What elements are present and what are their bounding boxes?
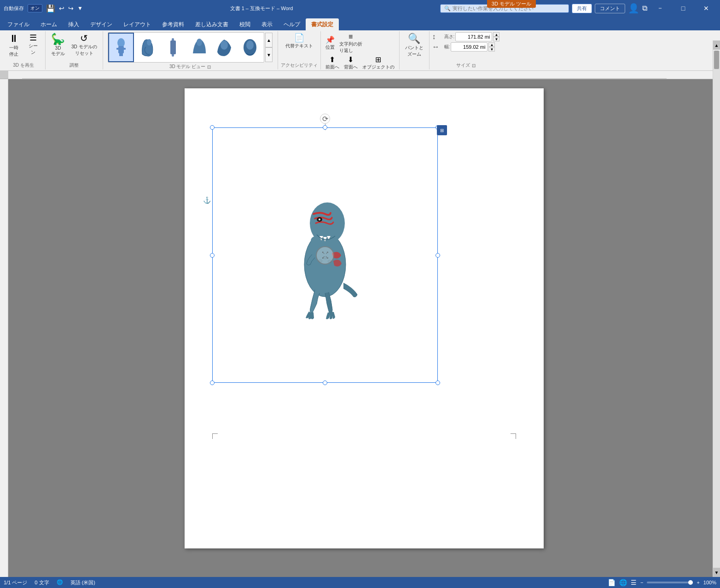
svg-point-18 [319, 259, 322, 262]
width-up[interactable]: ▲ [488, 42, 495, 47]
search-icon: 🔍 [444, 6, 451, 12]
select-objects-icon: ⊞ [375, 56, 381, 63]
height-label: 高さ: [444, 34, 455, 40]
group-adjust: 🦕 3Dモデル ↺ 3D モデルのリセット 調整 [46, 31, 103, 69]
multi-window-icon[interactable]: ⧉ [642, 4, 647, 12]
anchor-icon: ⚓ [203, 196, 211, 204]
tab-view[interactable]: 表示 [256, 18, 278, 30]
zoom-slider[interactable] [647, 582, 693, 583]
3d-reset-label: 3D モデルのリセット [71, 44, 97, 57]
btn-pause[interactable]: ⏸ 一時停止 [5, 32, 23, 59]
minimize-button[interactable]: － [650, 1, 670, 16]
view-outline-icon[interactable]: ☰ [631, 579, 637, 586]
more-icon[interactable]: ▼ [77, 5, 83, 12]
save-icon[interactable]: 💾 [46, 4, 55, 13]
expand-icon[interactable]: ⊡ [207, 64, 211, 69]
view-normal-icon[interactable]: 📄 [608, 579, 615, 586]
trex-svg [279, 182, 371, 329]
width-down[interactable]: ▼ [488, 47, 495, 52]
width-spinners: ▲ ▼ [488, 42, 495, 52]
model-view-4[interactable] [186, 33, 211, 62]
height-row: ↕ 高さ: ▲ ▼ [432, 32, 500, 41]
zoom-thumb[interactable] [688, 580, 693, 585]
model-view-2[interactable] [134, 33, 160, 62]
selection-container: ⚓ ⟳ [212, 127, 438, 383]
position-icon: 📌 [325, 36, 335, 44]
btn-alt-text[interactable]: 📄 代替テキスト [283, 32, 316, 51]
comment-button[interactable]: コメント [595, 4, 625, 13]
tab-help[interactable]: ヘルプ [278, 18, 306, 30]
svg-point-17 [319, 219, 320, 220]
layout-options-icon[interactable]: ⊞ [437, 125, 447, 135]
tab-home[interactable]: ホーム [35, 18, 63, 30]
corner-mark-tr [511, 433, 516, 439]
statusbar-left: 1/1 ページ 0 文字 🌐 英語 (米国) [4, 579, 95, 586]
btn-3d-reset[interactable]: ↺ 3D モデルのリセット [69, 32, 100, 58]
tab-file[interactable]: ファイル [2, 18, 35, 30]
model-view-6[interactable] [237, 33, 263, 62]
scene-icon: ☰ [29, 34, 37, 42]
zoom-minus[interactable]: − [640, 580, 643, 585]
height-input[interactable] [455, 32, 492, 41]
model-view-5[interactable] [211, 33, 237, 62]
tab-layout[interactable]: レイアウト [118, 18, 157, 30]
position-label: 位置 [325, 44, 335, 51]
scroll-down-btn[interactable]: ▼ [713, 568, 720, 577]
group-label-adjust: 調整 [70, 61, 79, 69]
btn-scene[interactable]: ☰ シーン [24, 32, 42, 57]
restore-button[interactable]: □ [673, 1, 693, 16]
group-accessibility: 📄 代替テキスト アクセシビリティ [278, 31, 321, 69]
width-input[interactable] [451, 42, 488, 52]
height-icon: ↕ [432, 33, 443, 41]
btn-pan-zoom[interactable]: 🔍 パントとズーム [402, 32, 426, 59]
height-up[interactable]: ▲ [493, 32, 499, 37]
tab-format[interactable]: 書式設定 [306, 18, 339, 30]
document-area[interactable]: ⚓ ⟳ [8, 79, 720, 577]
titlebar-left: 自動保存 オン 💾 ↩ ↪ ▼ [4, 4, 83, 13]
scrollbar-vertical[interactable]: ▲ ▼ [713, 71, 720, 577]
height-down[interactable]: ▼ [493, 37, 499, 41]
tab-review[interactable]: 校閲 [234, 18, 256, 30]
group-3d-play: ⏸ 一時停止 ☰ シーン 3D を再生 [2, 31, 46, 69]
redo-icon[interactable]: ↪ [68, 5, 74, 12]
view-web-icon[interactable]: 🌐 [619, 579, 627, 586]
scene-label: シーン [29, 43, 38, 56]
size-expand-icon[interactable]: ⊡ [472, 63, 476, 68]
group-3d-views: ▲ ▼ 3D モデル ビュー ⊡ [103, 31, 278, 69]
rotation-icon[interactable]: ⟳ [320, 114, 330, 124]
undo-icon[interactable]: ↩ [59, 5, 64, 12]
ribbon-tabs: ファイル ホーム 挿入 デザイン レイアウト 参考資料 差し込み文書 校閲 表示… [0, 17, 720, 30]
model-view-3[interactable] [160, 33, 186, 62]
height-spinners: ▲ ▼ [493, 32, 499, 41]
close-button[interactable]: ✕ [696, 1, 716, 16]
scroll-down-arrow[interactable]: ▼ [265, 47, 273, 62]
language: 英語 (米国) [70, 579, 95, 586]
scroll-up-arrow[interactable]: ▲ [265, 33, 273, 47]
tab-design[interactable]: デザイン [85, 18, 118, 30]
document-page: ⚓ ⟳ [185, 88, 544, 548]
ruler-svg [22, 71, 720, 79]
share-button[interactable]: 共有 [572, 4, 592, 13]
titlebar-right: 🔍 共有 コメント 👤 ⧉ － □ ✕ [440, 1, 716, 16]
size-inputs: ↕ 高さ: ▲ ▼ ↔ 幅: ▲ ▼ [432, 32, 500, 52]
svg-point-19 [323, 256, 327, 259]
alt-text-label: 代替テキスト [285, 43, 313, 49]
ruler-horizontal [8, 71, 720, 79]
statusbar: 1/1 ページ 0 文字 🌐 英語 (米国) 📄 🌐 ☰ − + 100% [0, 577, 720, 588]
svg-point-20 [328, 260, 331, 263]
model-view-1[interactable] [108, 33, 134, 62]
group-arrange: 📌 位置 ≡ 文字列の折り返し ⬆ 前面へ移動 [321, 31, 400, 69]
zoom-plus[interactable]: + [697, 580, 699, 585]
group-label-3d-play: 3D を再生 [13, 61, 34, 69]
ribbon: ⏸ 一時停止 ☰ シーン 3D を再生 🦕 3Dモデル ↺ 3D モデルのリセ [0, 30, 720, 71]
corner-mark-tl [212, 433, 218, 439]
btn-3d-model[interactable]: 🦕 3Dモデル [48, 32, 68, 58]
svg-rect-4 [119, 52, 121, 56]
autosave-toggle[interactable]: オン [28, 4, 42, 12]
btn-wrap-text[interactable]: ≡ 文字列の折り返し [337, 32, 364, 55]
tab-references[interactable]: 参考資料 [157, 18, 190, 30]
user-icon[interactable]: 👤 [628, 3, 639, 14]
tab-insert[interactable]: 挿入 [63, 18, 85, 30]
btn-position[interactable]: 📌 位置 [324, 35, 337, 52]
tab-mailings[interactable]: 差し込み文書 [190, 18, 234, 30]
